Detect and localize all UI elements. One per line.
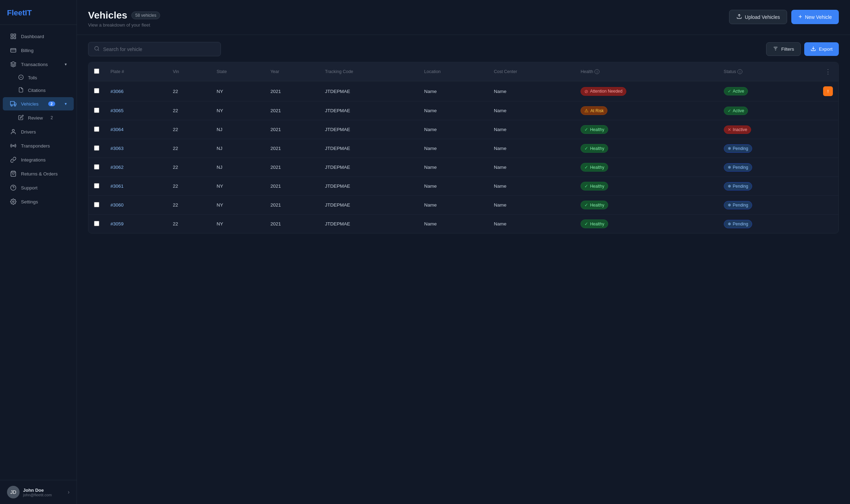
new-vehicle-button[interactable]: + New Vehicle <box>791 10 839 24</box>
returns-icon <box>10 171 17 177</box>
row-action-button[interactable]: ! <box>823 86 833 96</box>
status-info-icon: i <box>737 69 742 74</box>
cell-vin: 22 <box>167 196 211 215</box>
row-checkbox[interactable] <box>94 127 99 132</box>
sidebar-item-citations[interactable]: Citations <box>3 84 74 96</box>
billing-icon <box>10 47 17 53</box>
export-button[interactable]: Export <box>804 42 839 56</box>
sidebar-item-integrations[interactable]: Integrations <box>3 153 74 166</box>
cell-year: 2021 <box>265 81 319 101</box>
svg-point-11 <box>11 105 12 106</box>
svg-rect-4 <box>11 49 16 52</box>
upload-vehicles-button[interactable]: Upload Vehicles <box>729 10 787 24</box>
sidebar-item-tolls[interactable]: Tolls <box>3 72 74 84</box>
review-badge: 2 <box>47 114 57 122</box>
row-checkbox-cell[interactable] <box>88 158 105 177</box>
table-row: #3063 22 NJ 2021 JTDEPMAE Name Name ✓ He… <box>88 139 838 158</box>
sidebar-item-drivers[interactable]: Drivers <box>3 125 74 138</box>
svg-point-13 <box>12 129 14 131</box>
cell-cost-center: Name <box>488 177 575 196</box>
row-checkbox[interactable] <box>94 108 99 113</box>
cell-cost-center: Name <box>488 81 575 101</box>
row-checkbox-cell[interactable] <box>88 177 105 196</box>
cell-health: ⊘ Attention Needed <box>575 81 718 101</box>
cell-state: NJ <box>211 158 265 177</box>
cell-tracking: JTDEPMAE <box>319 101 419 120</box>
row-checkbox-cell[interactable] <box>88 196 105 215</box>
export-icon <box>811 46 816 52</box>
sidebar-item-label: Support <box>21 185 37 190</box>
health-badge: ⊘ Attention Needed <box>581 87 626 96</box>
sidebar-item-label: Drivers <box>21 129 36 135</box>
table-body: #3066 22 NY 2021 JTDEPMAE Name Name ⊘ At… <box>88 81 838 233</box>
row-checkbox[interactable] <box>94 145 99 151</box>
row-checkbox[interactable] <box>94 221 99 226</box>
transactions-icon <box>10 61 17 67</box>
table-more-button[interactable]: ⋮ <box>823 66 833 77</box>
cell-state: NY <box>211 196 265 215</box>
sidebar-item-label: Transponders <box>21 143 50 149</box>
cell-status: ✓ Active <box>718 81 817 101</box>
row-checkbox-cell[interactable] <box>88 215 105 233</box>
user-name: John Doe <box>23 488 64 493</box>
row-checkbox-cell[interactable] <box>88 120 105 139</box>
cell-plate: #3063 <box>105 139 167 158</box>
status-badge: ❄ Pending <box>724 144 752 153</box>
row-checkbox[interactable] <box>94 88 99 93</box>
sidebar-item-dashboard[interactable]: Dashboard <box>3 30 74 43</box>
sidebar-item-returns[interactable]: Returns & Orders <box>3 167 74 180</box>
table-row: #3065 22 NY 2021 JTDEPMAE Name Name ⚠ At… <box>88 101 838 120</box>
col-actions: ⋮ <box>817 62 838 81</box>
page-header: Vehicles 58 vehicles View a breakdown of… <box>77 0 850 35</box>
col-cost-center: Cost Center <box>488 62 575 81</box>
sidebar-item-review[interactable]: Review 2 <box>3 111 74 124</box>
row-checkbox[interactable] <box>94 202 99 207</box>
row-checkbox[interactable] <box>94 183 99 188</box>
sidebar-item-vehicles[interactable]: Vehicles 2 ▾ <box>3 97 74 110</box>
health-badge: ⚠ At Risk <box>581 106 607 115</box>
sidebar-item-transponders[interactable]: Transponders <box>3 139 74 152</box>
cell-state: NY <box>211 215 265 233</box>
table-row: #3059 22 NY 2021 JTDEPMAE Name Name ✓ He… <box>88 215 838 233</box>
sidebar-item-label: Vehicles <box>21 101 38 107</box>
search-box[interactable] <box>88 42 221 56</box>
cell-tracking: JTDEPMAE <box>319 215 419 233</box>
filters-button[interactable]: Filters <box>766 42 801 56</box>
health-badge: ✓ Healthy <box>581 219 608 228</box>
cell-plate: #3060 <box>105 196 167 215</box>
user-profile[interactable]: JD John Doe john@fleetit.com › <box>0 480 77 504</box>
cell-row-action <box>817 196 838 215</box>
svg-rect-2 <box>11 37 13 39</box>
cell-status: ❄ Pending <box>718 196 817 215</box>
user-info: John Doe john@fleetit.com <box>23 488 64 497</box>
row-checkbox-cell[interactable] <box>88 101 105 120</box>
col-location: Location <box>419 62 488 81</box>
cell-status: ❄ Pending <box>718 158 817 177</box>
col-plate: Plate # <box>105 62 167 81</box>
sidebar-item-support[interactable]: Support <box>3 181 74 194</box>
table-row: #3064 22 NJ 2021 JTDEPMAE Name Name ✓ He… <box>88 120 838 139</box>
cell-status: ✕ Inactive <box>718 120 817 139</box>
cell-tracking: JTDEPMAE <box>319 158 419 177</box>
select-all-checkbox[interactable] <box>94 69 99 74</box>
sidebar-item-settings[interactable]: Settings <box>3 195 74 208</box>
main-content: Filters Export Plate # <box>77 35 850 504</box>
sidebar-item-label: Citations <box>28 88 46 93</box>
table-row: #3060 22 NY 2021 JTDEPMAE Name Name ✓ He… <box>88 196 838 215</box>
sidebar-item-transactions[interactable]: Transactions ▾ <box>3 58 74 71</box>
row-checkbox[interactable] <box>94 164 99 170</box>
cell-location: Name <box>419 177 488 196</box>
col-state: State <box>211 62 265 81</box>
sidebar-nav: Dashboard Billing Transactions ▾ Tolls <box>0 25 77 480</box>
sidebar-item-billing[interactable]: Billing <box>3 44 74 57</box>
row-checkbox-cell[interactable] <box>88 81 105 101</box>
col-tracking: Tracking Code <box>319 62 419 81</box>
cell-status: ❄ Pending <box>718 177 817 196</box>
cell-year: 2021 <box>265 120 319 139</box>
cell-plate: #3062 <box>105 158 167 177</box>
cell-year: 2021 <box>265 158 319 177</box>
search-input[interactable] <box>103 46 215 52</box>
select-all-cell[interactable] <box>88 62 105 81</box>
row-checkbox-cell[interactable] <box>88 139 105 158</box>
svg-line-21 <box>98 50 99 51</box>
